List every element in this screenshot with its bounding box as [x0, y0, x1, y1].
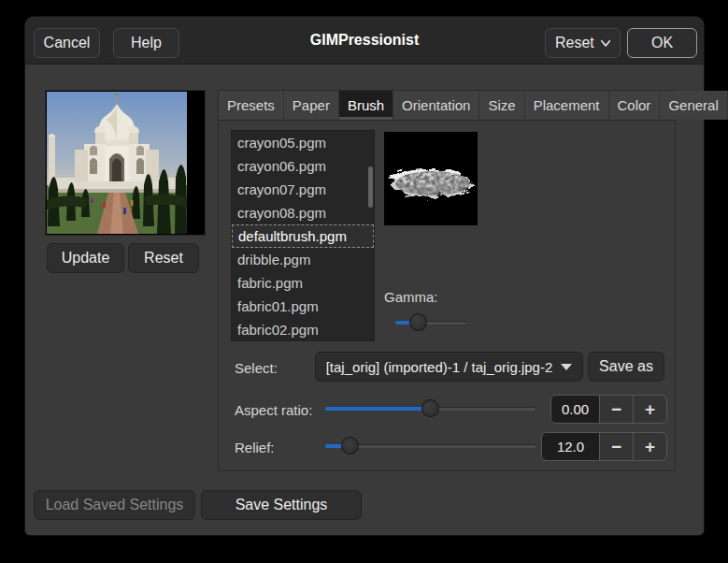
save-as-button[interactable]: Save as [588, 352, 664, 382]
aspect-ratio-label: Aspect ratio: [235, 402, 312, 418]
relief-decrement-button[interactable]: − [599, 433, 633, 460]
settings-notebook: PresetsPaperBrushOrientationSizePlacemen… [218, 90, 676, 471]
tab-presets[interactable]: Presets [219, 91, 284, 120]
list-item[interactable]: defaultbrush.pgm [232, 224, 374, 248]
cancel-button[interactable]: Cancel [34, 28, 100, 58]
relief-increment-button[interactable]: + [633, 433, 666, 460]
list-item[interactable]: crayon07.pgm [232, 178, 374, 201]
taj-mahal-photo [47, 92, 187, 234]
preview-reset-button[interactable]: Reset [128, 243, 199, 273]
list-item[interactable]: crayon06.pgm [232, 154, 374, 178]
relief-slider[interactable] [325, 437, 536, 455]
aspect-ratio-spinbox: 0.00 − + [550, 395, 667, 424]
relief-spinbox: 12.0 − + [541, 432, 667, 461]
gamma-slider[interactable] [395, 313, 466, 332]
slider-handle[interactable] [409, 313, 427, 331]
brush-stroke-preview [384, 132, 478, 225]
tab-paper[interactable]: Paper [284, 91, 339, 120]
select-label: Select: [235, 360, 278, 376]
tab-brush[interactable]: Brush [339, 91, 393, 120]
list-item[interactable]: dribble.pgm [232, 248, 374, 271]
dropdown-value: [taj_orig] (imported)-1 / taj_orig.jpg-2 [326, 359, 553, 375]
aspect-ratio-slider[interactable] [325, 399, 536, 418]
tab-orientation[interactable]: Orientation [393, 91, 479, 120]
aspect-ratio-value[interactable]: 0.00 [551, 396, 599, 423]
chevron-down-icon [601, 39, 610, 48]
tab-size[interactable]: Size [479, 91, 524, 120]
dialog-header: Cancel Help GIMPressionist Reset OK [25, 17, 704, 65]
tab-general[interactable]: General [660, 91, 727, 120]
slider-handle[interactable] [341, 437, 359, 455]
update-button[interactable]: Update [47, 243, 124, 273]
list-item[interactable]: crayon05.pgm [232, 131, 374, 154]
ok-button[interactable]: OK [627, 28, 697, 58]
gimpressionist-dialog: Cancel Help GIMPressionist Reset OK [25, 17, 704, 535]
list-scrollbar[interactable] [368, 166, 373, 208]
slider-handle[interactable] [421, 399, 439, 417]
aspect-ratio-increment-button[interactable]: + [633, 396, 666, 423]
reset-dropdown-button[interactable]: Reset [545, 28, 621, 58]
help-button[interactable]: Help [113, 28, 179, 58]
list-item[interactable]: fabric01.pgm [232, 295, 374, 318]
list-item[interactable]: crayon08.pgm [232, 201, 374, 224]
relief-value[interactable]: 12.0 [542, 433, 599, 460]
relief-label: Relief: [235, 440, 275, 455]
source-image-preview [46, 91, 205, 235]
brush-source-dropdown[interactable]: [taj_orig] (imported)-1 / taj_orig.jpg-2 [315, 352, 583, 382]
load-saved-settings-button[interactable]: Load Saved Settings [34, 490, 195, 520]
dropdown-arrow-icon [561, 364, 572, 370]
reset-label: Reset [555, 35, 594, 51]
list-item[interactable]: fabric.pgm [232, 271, 374, 295]
save-settings-button[interactable]: Save Settings [201, 490, 362, 520]
tab-placement[interactable]: Placement [525, 91, 609, 120]
tab-color[interactable]: Color [609, 91, 661, 120]
slider-fill [325, 407, 431, 411]
tab-bar: PresetsPaperBrushOrientationSizePlacemen… [219, 91, 675, 121]
brush-file-list[interactable]: crayon05.pgmcrayon06.pgmcrayon07.pgmcray… [232, 131, 374, 340]
list-item[interactable]: fabric02.pgm [232, 318, 374, 340]
aspect-ratio-decrement-button[interactable]: − [599, 396, 633, 423]
gamma-label: Gamma: [384, 289, 438, 305]
